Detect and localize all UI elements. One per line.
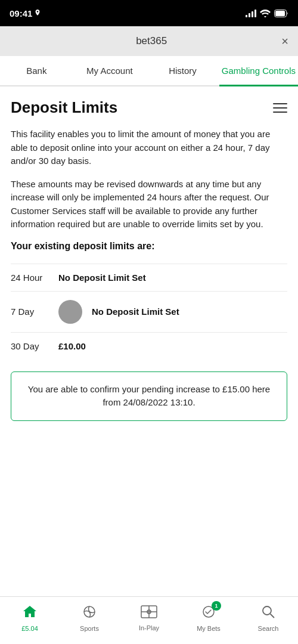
inplay-icon [141,605,157,622]
status-time: 09:41 [10,8,41,18]
page-header: Deposit Limits [11,98,287,117]
nav-label-home: £5.04 [21,625,38,632]
location-icon [35,10,41,17]
nav-label-search: Search [258,625,279,632]
svg-rect-1 [275,11,285,16]
pending-increase-text: You are able to confirm your pending inc… [23,383,275,410]
loading-spinner [58,300,82,324]
tab-gambling-controls[interactable]: Gambling Controls [219,56,298,85]
limits-heading: Your existing deposit limits are: [11,241,287,252]
nav-sports[interactable]: Sports [60,597,119,644]
status-icons [246,9,288,17]
nav-search[interactable]: Search [238,597,298,644]
menu-button[interactable] [273,103,287,113]
limit-label-24hour: 24 Hour [11,273,58,283]
page-title: Deposit Limits [11,98,117,117]
sports-icon [82,605,97,623]
limit-label-7day: 7 Day [11,306,58,317]
limit-value-30day: £10.00 [58,341,86,351]
nav-inplay[interactable]: In-Play [119,597,179,644]
limit-row-7day: 7 Day No Deposit Limit Set [11,291,287,332]
limit-label-30day: 30 Day [11,341,58,351]
nav-label-mybets: My Bets [197,625,221,632]
battery-icon [274,10,288,17]
main-content: Deposit Limits This facility enables you… [0,86,298,504]
tab-my-account[interactable]: My Account [73,56,147,85]
description-2: These amounts may be revised downwards a… [11,178,287,231]
pending-increase-box[interactable]: You are able to confirm your pending inc… [11,371,287,421]
signal-icon [246,9,256,17]
browser-title: bet365 [21,35,281,47]
home-icon [22,605,38,623]
description-1: This facility enables you to limit the a… [11,128,287,168]
nav-home[interactable]: £5.04 [0,597,60,644]
mybets-badge: 1 [212,601,221,611]
svg-line-9 [271,614,275,618]
mybets-icon: 1 [201,605,216,623]
nav-label-sports: Sports [80,625,99,632]
limit-row-24hour: 24 Hour No Deposit Limit Set [11,264,287,291]
tab-bank[interactable]: Bank [0,56,73,85]
top-nav: Bank My Account History Gambling Control… [0,56,298,86]
limit-row-30day: 30 Day £10.00 [11,332,287,360]
tab-history[interactable]: History [146,56,219,85]
wifi-icon [260,10,271,17]
browser-close-button[interactable]: × [281,35,288,48]
nav-label-inplay: In-Play [139,624,159,631]
bottom-nav: £5.04 Sports In-Play [0,596,298,644]
limit-value-24hour: No Deposit Limit Set [58,273,146,283]
nav-mybets[interactable]: 1 My Bets [179,597,238,644]
search-icon [261,605,275,623]
status-bar: 09:41 [0,0,298,26]
browser-bar: bet365 × [0,26,298,56]
svg-point-8 [263,606,271,615]
limit-value-7day: No Deposit Limit Set [92,306,179,317]
